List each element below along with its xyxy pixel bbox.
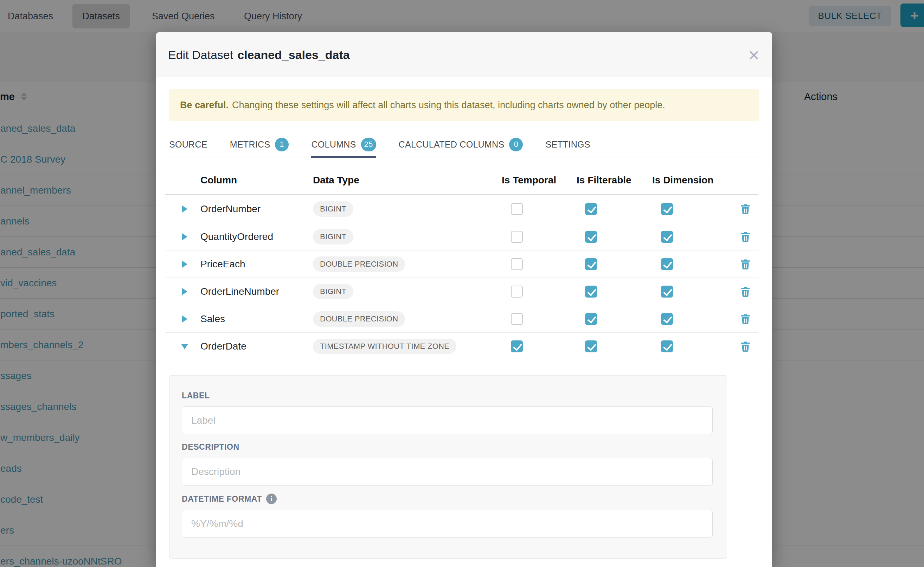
data-type-pill: BIGINT (313, 229, 354, 244)
delete-column-button[interactable] (739, 313, 752, 325)
delete-column-button[interactable] (739, 285, 752, 298)
edit-dataset-modal: Edit Dataset cleaned_sales_data × Be car… (156, 32, 772, 567)
expand-caret-icon[interactable] (182, 288, 187, 295)
tab-settings[interactable]: SETTINGS (545, 132, 590, 158)
modal-tabs: SOURCEMETRICS1COLUMNS25CALCULATED COLUMN… (169, 132, 759, 158)
trash-icon (739, 258, 752, 270)
tab-label: CALCULATED COLUMNS (399, 140, 504, 150)
column-name: Sales (200, 314, 225, 325)
expand-caret-icon[interactable] (182, 261, 187, 268)
column-name: OrderNumber (200, 203, 260, 214)
column-row: SalesDOUBLE PRECISION (165, 305, 758, 332)
checkbox-is-temporal[interactable] (511, 286, 523, 297)
trash-icon (739, 340, 752, 353)
description-field-label: DESCRIPTION (182, 442, 239, 452)
collapse-caret-icon[interactable] (181, 344, 188, 349)
data-type-pill: DOUBLE PRECISION (313, 311, 405, 327)
data-type-pill: BIGINT (313, 201, 354, 217)
checkbox-is-filterable[interactable] (585, 313, 597, 325)
checkbox-is-dimension[interactable] (661, 286, 673, 297)
tab-metrics[interactable]: METRICS1 (230, 132, 289, 158)
header-is-temporal: Is Temporal (502, 175, 556, 186)
tab-count-badge: 0 (509, 138, 523, 152)
expand-caret-icon[interactable] (182, 233, 187, 240)
column-row: OrderDateTIMESTAMP WITHOUT TIME ZONE (165, 332, 758, 360)
checkbox-is-filterable[interactable] (585, 286, 597, 297)
delete-column-button[interactable] (739, 258, 752, 270)
tab-columns[interactable]: COLUMNS25 (311, 132, 376, 158)
modal-title: Edit Dataset cleaned_sales_data (168, 32, 350, 77)
column-detail-panel: LABEL DESCRIPTION DATETIME FORMAT i (169, 375, 727, 559)
tab-label: SOURCE (169, 140, 208, 150)
warning-banner-bold: Be careful. (180, 100, 229, 111)
warning-banner: Be careful. Changing these settings will… (169, 89, 759, 121)
tab-source[interactable]: SOURCE (169, 132, 208, 158)
label-field-label: LABEL (182, 391, 210, 400)
header-data-type: Data Type (313, 175, 359, 186)
tab-label: COLUMNS (311, 140, 356, 150)
tab-count-badge: 25 (361, 138, 376, 152)
delete-column-button[interactable] (739, 203, 752, 215)
header-is-dimension: Is Dimension (652, 175, 713, 186)
column-row: PriceEachDOUBLE PRECISION (165, 250, 758, 278)
checkbox-is-temporal[interactable] (511, 203, 523, 215)
modal-header: Edit Dataset cleaned_sales_data × (156, 32, 772, 77)
datetime-format-input[interactable] (182, 510, 713, 537)
column-name: QuantityOrdered (200, 231, 273, 242)
checkbox-is-temporal[interactable] (511, 340, 523, 352)
column-row: OrderNumberBIGINT (165, 195, 758, 223)
trash-icon (739, 203, 752, 215)
trash-icon (739, 285, 752, 298)
column-row: OrderLineNumberBIGINT (165, 278, 758, 305)
checkbox-is-dimension[interactable] (661, 203, 673, 215)
tab-label: SETTINGS (545, 140, 590, 150)
tab-count-badge: 1 (275, 138, 289, 152)
expand-caret-icon[interactable] (182, 315, 187, 322)
delete-column-button[interactable] (739, 231, 752, 243)
checkbox-is-temporal[interactable] (511, 231, 523, 243)
column-name: PriceEach (200, 258, 245, 270)
datetime-format-field-label: DATETIME FORMAT (182, 494, 262, 504)
checkbox-is-dimension[interactable] (661, 258, 673, 270)
columns-table-header: Column Data Type Is Temporal Is Filterab… (165, 167, 758, 195)
checkbox-is-filterable[interactable] (585, 231, 597, 243)
trash-icon (739, 231, 752, 243)
delete-column-button[interactable] (739, 340, 752, 353)
column-name: OrderDate (200, 341, 247, 352)
screen: Databases Datasets Saved Queries Query H… (0, 0, 924, 567)
data-type-pill: DOUBLE PRECISION (313, 256, 405, 272)
checkbox-is-temporal[interactable] (511, 258, 523, 270)
modal-title-dataset-name: cleaned_sales_data (237, 48, 349, 62)
tab-calculated-columns[interactable]: CALCULATED COLUMNS0 (399, 132, 523, 158)
modal-title-prefix: Edit Dataset (168, 48, 233, 62)
trash-icon (739, 313, 752, 325)
column-row: QuantityOrderedBIGINT (165, 223, 758, 250)
header-is-filterable: Is Filterable (576, 175, 632, 186)
label-input[interactable] (182, 406, 713, 434)
checkbox-is-dimension[interactable] (661, 340, 673, 352)
tab-label: METRICS (230, 140, 270, 150)
column-name: OrderLineNumber (200, 286, 279, 297)
data-type-pill: BIGINT (313, 284, 354, 299)
header-column: Column (200, 175, 237, 186)
close-icon[interactable]: × (748, 32, 760, 77)
checkbox-is-filterable[interactable] (585, 258, 597, 270)
checkbox-is-dimension[interactable] (661, 231, 673, 243)
checkbox-is-temporal[interactable] (511, 313, 523, 325)
columns-table-body: OrderNumberBIGINTQuantityOrderedBIGINTPr… (165, 195, 758, 360)
checkbox-is-dimension[interactable] (661, 313, 673, 325)
warning-banner-text: Changing these settings will affect all … (232, 100, 665, 111)
expand-caret-icon[interactable] (182, 206, 187, 213)
checkbox-is-filterable[interactable] (585, 340, 597, 352)
checkbox-is-filterable[interactable] (585, 203, 597, 215)
description-input[interactable] (182, 458, 713, 486)
info-icon[interactable]: i (266, 494, 277, 504)
data-type-pill: TIMESTAMP WITHOUT TIME ZONE (313, 339, 456, 354)
